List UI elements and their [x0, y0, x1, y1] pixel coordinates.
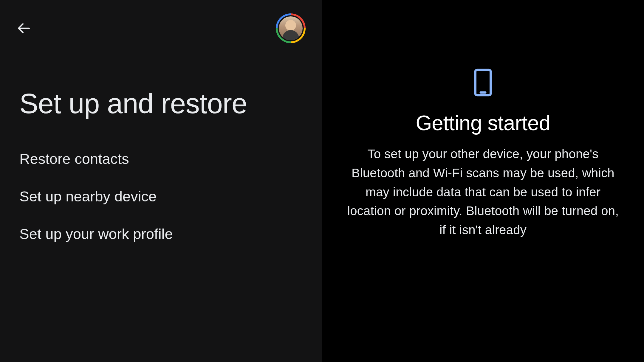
back-button[interactable]	[15, 20, 32, 37]
header-row	[0, 0, 322, 43]
page-title: Set up and restore	[0, 43, 322, 119]
avatar-inner	[278, 15, 304, 41]
menu-item-restore-contacts[interactable]: Restore contacts	[19, 150, 322, 178]
menu-list: Restore contacts Set up nearby device Se…	[0, 119, 322, 253]
left-panel: Set up and restore Restore contacts Set …	[0, 0, 322, 362]
getting-started-body: To set up your other device, your phone'…	[322, 145, 644, 240]
account-avatar[interactable]	[276, 13, 306, 43]
menu-item-setup-work-profile[interactable]: Set up your work profile	[19, 215, 322, 253]
getting-started-title: Getting started	[416, 111, 550, 135]
right-panel: Getting started To set up your other dev…	[322, 0, 644, 362]
back-arrow-icon	[16, 21, 31, 36]
avatar-photo	[279, 16, 303, 40]
menu-item-setup-nearby-device[interactable]: Set up nearby device	[19, 178, 322, 215]
phone-icon	[474, 69, 492, 98]
